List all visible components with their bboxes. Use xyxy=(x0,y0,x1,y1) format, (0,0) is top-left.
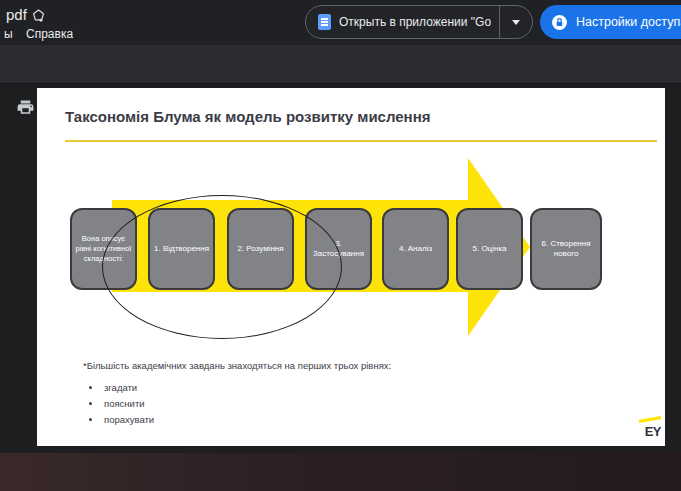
pdf-page: Таксономія Блума як модель розвитку мисл… xyxy=(37,88,665,446)
list-item: згадати xyxy=(89,379,154,395)
level-box-4: 4. Аналіз xyxy=(382,208,449,290)
slide-title: Таксономія Блума як модель розвитку мисл… xyxy=(65,108,431,125)
file-title: pdf xyxy=(6,6,27,23)
pdf-toolbar: − 100 % + xyxy=(0,45,681,84)
open-in-app-button[interactable]: Открыть в приложении "Go... xyxy=(305,5,533,39)
list-item: пояснити xyxy=(89,395,154,411)
bullet-dot xyxy=(89,386,92,389)
screen: pdf ы Справка Открыть в приложении "Go..… xyxy=(0,0,681,491)
bullet-text: згадати xyxy=(104,382,137,393)
bullet-dot xyxy=(89,418,92,421)
add-to-drive-icon[interactable] xyxy=(31,8,46,27)
level-box-5: 5. Оцінка xyxy=(456,208,523,290)
bullet-list: згадати пояснити порахувати xyxy=(89,379,154,427)
share-lock-icon xyxy=(551,14,568,31)
bullet-dot xyxy=(89,402,92,405)
open-in-app-dropdown[interactable] xyxy=(500,6,532,38)
chevron-down-icon xyxy=(512,20,520,29)
share-settings-button[interactable]: Настройки доступа xyxy=(540,5,681,39)
level-box-6: 6. Створення нового xyxy=(530,208,602,290)
title-underline xyxy=(65,140,657,142)
menu-item-tools[interactable]: ы xyxy=(4,27,13,41)
google-docs-icon xyxy=(318,14,331,30)
ey-logo: EY xyxy=(631,416,661,439)
ey-beam-icon xyxy=(639,416,661,423)
bullet-text: пояснити xyxy=(104,398,145,409)
taskbar: X W 10 xyxy=(0,453,681,491)
print-button[interactable] xyxy=(16,98,35,121)
footnote-text: *Більшість академічних завдань знаходять… xyxy=(83,360,391,371)
share-settings-label: Настройки доступа xyxy=(576,15,681,29)
menu-item-help[interactable]: Справка xyxy=(26,27,73,41)
ellipse-annotation xyxy=(102,195,342,339)
ey-logo-text: EY xyxy=(631,424,661,439)
open-in-app-label: Открыть в приложении "Go... xyxy=(339,15,491,29)
bullet-text: порахувати xyxy=(104,414,154,425)
list-item: порахувати xyxy=(89,411,154,427)
viewer-header: pdf ы Справка Открыть в приложении "Go..… xyxy=(0,0,681,45)
